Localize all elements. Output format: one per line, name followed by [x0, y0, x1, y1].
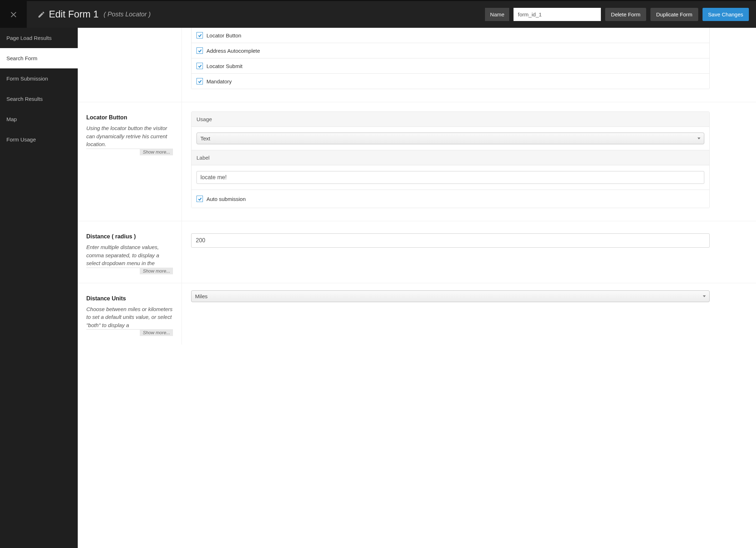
- select-value: Miles: [195, 293, 208, 299]
- page-subtitle: ( Posts Locator ): [104, 11, 151, 18]
- pencil-icon: [37, 11, 45, 19]
- checkbox-address-autocomplete[interactable]: [196, 47, 203, 54]
- checkbox-label: Address Autocomplete: [206, 48, 260, 54]
- name-label: Name: [485, 8, 509, 21]
- section-desc: Choose between miles or kilometers to se…: [86, 305, 173, 330]
- sidebar-item-form-usage[interactable]: Form Usage: [0, 129, 78, 150]
- show-more-link[interactable]: Show more...: [140, 329, 173, 336]
- usage-select[interactable]: Text: [196, 133, 704, 144]
- sidebar-item-form-submission[interactable]: Form Submission: [0, 68, 78, 89]
- sidebar-item-map[interactable]: Map: [0, 109, 78, 129]
- units-select[interactable]: Miles: [191, 290, 710, 302]
- distance-input[interactable]: [191, 233, 710, 248]
- section-desc: Enter multiple distance values, comma se…: [86, 243, 173, 268]
- page-title: Edit Form 1: [49, 9, 99, 20]
- chevron-down-icon: [703, 295, 706, 297]
- save-changes-button[interactable]: Save Changes: [703, 8, 749, 21]
- close-icon: [9, 10, 18, 19]
- form-name-input[interactable]: [514, 8, 601, 21]
- checkbox-mandatory[interactable]: [196, 78, 203, 84]
- show-more-link[interactable]: Show more...: [140, 149, 173, 155]
- delete-form-button[interactable]: Delete Form: [605, 8, 646, 21]
- label-input[interactable]: [196, 171, 704, 184]
- checkbox-locator-button[interactable]: [196, 32, 203, 38]
- duplicate-form-button[interactable]: Duplicate Form: [650, 8, 698, 21]
- show-more-link[interactable]: Show more...: [140, 268, 173, 274]
- section-title-locator: Locator Button: [86, 114, 173, 121]
- sidebar-item-page-load-results[interactable]: Page Load Results: [0, 28, 78, 48]
- panel-head-label: Label: [191, 150, 709, 165]
- checkbox-auto-submission[interactable]: [196, 196, 203, 202]
- section-desc: Using the locator button the visitor can…: [86, 124, 173, 149]
- close-button[interactable]: [0, 1, 27, 28]
- chevron-down-icon: [698, 138, 700, 139]
- section-title-distance: Distance ( radius ): [86, 233, 173, 240]
- sidebar-item-search-results[interactable]: Search Results: [0, 89, 78, 109]
- checkbox-label: Mandatory: [206, 78, 232, 84]
- checkbox-label: Locator Button: [206, 32, 241, 38]
- section-title-units: Distance Units: [86, 295, 173, 302]
- checkbox-label: Locator Submit: [206, 63, 242, 69]
- checkbox-label: Auto submission: [206, 196, 246, 202]
- main-content: Locator Button Address Autocomplete Loca…: [78, 28, 756, 548]
- sidebar-item-search-form[interactable]: Search Form: [0, 48, 78, 68]
- panel-head-usage: Usage: [191, 112, 709, 127]
- sidebar: Page Load Results Search Form Form Submi…: [0, 28, 78, 548]
- select-value: Text: [200, 135, 210, 141]
- checkbox-locator-submit[interactable]: [196, 63, 203, 69]
